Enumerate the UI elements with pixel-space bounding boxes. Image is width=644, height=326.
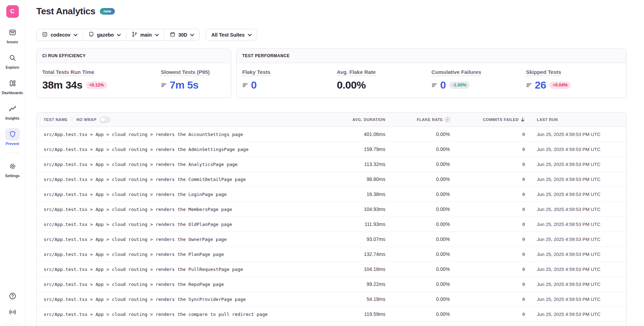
chevron-down-icon: [74, 34, 77, 36]
flake-rate-header[interactable]: FLAKE RATE ?: [385, 117, 450, 122]
last-run-cell: Jun 25, 2025 4:59:53 PM UTC: [525, 252, 626, 257]
filter-lines-icon: [242, 82, 248, 88]
sidebar-item-explore[interactable]: Explore: [5, 52, 20, 69]
sidebar-item-prevent[interactable]: Prevent: [5, 128, 20, 146]
metric-label[interactable]: Slowest Tests (P95): [161, 69, 210, 76]
table-row[interactable]: src/App.test.tsx > App > cloud routing >…: [37, 157, 626, 172]
test-performance-panel: TEST PERFORMANCE Flaky Tests 0 Avg. Flak…: [236, 48, 627, 98]
test-name-cell: src/App.test.tsx > App > cloud routing >…: [37, 207, 330, 212]
metric-value-link[interactable]: 0: [440, 79, 446, 91]
commits-failed-header[interactable]: COMMITS FAILED: [450, 117, 525, 122]
test-name-cell: src/App.test.tsx > App > cloud routing >…: [37, 267, 330, 272]
sidebar-item-label: Explore: [6, 65, 19, 69]
table-row[interactable]: src/App.test.tsx > App > cloud routing >…: [37, 217, 626, 232]
app-logo-letter: C: [10, 8, 14, 15]
metric-slowest-tests: Slowest Tests (P95) 7m 5s: [161, 69, 225, 91]
metric-value-link[interactable]: 7m 5s: [170, 79, 199, 91]
filter-lines-icon: [161, 82, 167, 88]
table-row[interactable]: src/App.test.tsx > App > cloud routing >…: [37, 232, 626, 247]
gear-icon: [5, 160, 20, 173]
test-suites-selector[interactable]: All Test Suites: [206, 29, 257, 41]
header-divider: [72, 117, 72, 122]
page-header: Test Analytics new: [36, 6, 627, 17]
broadcast-icon[interactable]: [8, 308, 17, 316]
metric-value-row: 0 -1.00%: [431, 79, 526, 91]
repo-selector[interactable]: gazebo: [83, 29, 126, 40]
flake-rate-cell: 0.00%: [385, 236, 450, 242]
table-row[interactable]: src/App.test.tsx > App > cloud routing >…: [37, 262, 626, 277]
metric-label[interactable]: Skipped Tests: [526, 69, 561, 76]
commits-failed-cell: 0: [450, 147, 525, 152]
table-row[interactable]: src/App.test.tsx > App > cloud routing >…: [37, 292, 626, 307]
avg-duration-cell: 401.06ms: [330, 131, 385, 137]
sidebar-item-label: Settings: [5, 174, 20, 178]
metric-value: 0.00%: [337, 79, 366, 91]
table-row[interactable]: src/App.test.tsx > App > cloud routing >…: [37, 307, 626, 322]
avg-duration-cell: 132.74ms: [330, 251, 385, 257]
avg-duration-cell: 119.59ms: [330, 311, 385, 317]
avg-duration-cell: 99.22ms: [330, 281, 385, 287]
table-row[interactable]: src/App.test.tsx > App > cloud routing >…: [37, 247, 626, 262]
repo-icon: [88, 31, 94, 38]
metric-label[interactable]: Total Tests Run Time: [42, 69, 94, 76]
flake-rate-cell: 0.00%: [385, 191, 450, 197]
question-circle-icon[interactable]: ?: [445, 117, 450, 122]
table-row[interactable]: src/App.test.tsx > App > cloud routing >…: [37, 277, 626, 292]
sidebar-item-dashboards[interactable]: Dashboards: [2, 77, 23, 95]
metric-label[interactable]: Flaky Tests: [242, 69, 271, 76]
calendar-icon: [170, 31, 176, 38]
avg-duration-label: AVG. DURATION: [353, 117, 385, 122]
metric-value-link[interactable]: 0: [251, 79, 257, 91]
sidebar-item-settings[interactable]: Settings: [5, 160, 20, 178]
app-logo[interactable]: C: [6, 5, 19, 18]
sort-desc-arrow-icon[interactable]: [520, 117, 525, 122]
flake-rate-cell: 0.00%: [385, 266, 450, 272]
filter-group: codecov gazebo: [36, 29, 200, 41]
table-row[interactable]: src/App.test.tsx > App > cloud routing >…: [37, 127, 626, 142]
metric-value-row: 0: [242, 79, 337, 91]
metric-label[interactable]: Avg. Flake Rate: [337, 69, 376, 76]
metric-value-row: 0.00%: [337, 79, 431, 91]
test-name-cell: src/App.test.tsx > App > cloud routing >…: [37, 297, 330, 302]
sidebar-item-insights[interactable]: Insights: [5, 103, 20, 120]
last-run-cell: Jun 25, 2025 4:59:53 PM UTC: [525, 132, 626, 137]
test-name-label: TEST NAME: [44, 117, 68, 122]
chevron-down-icon: [155, 34, 159, 36]
org-selector-value: codecov: [51, 32, 71, 38]
commits-failed-cell: 0: [450, 267, 525, 272]
last-run-cell: Jun 25, 2025 4:59:53 PM UTC: [525, 192, 626, 197]
test-name-cell: src/App.test.tsx > App > cloud routing >…: [37, 237, 330, 242]
shield-icon: [5, 128, 20, 141]
table-row[interactable]: src/App.test.tsx > App > cloud routing >…: [37, 187, 626, 202]
metric-label[interactable]: Cumulative Failures: [431, 69, 481, 76]
metric-cumulative-failures: Cumulative Failures 0 -1.00%: [431, 69, 526, 91]
avg-duration-header[interactable]: AVG. DURATION: [330, 117, 385, 122]
table-row[interactable]: src/App.test.tsx > App > cloud routing >…: [37, 172, 626, 187]
sidebar-item-issues[interactable]: Issues: [5, 26, 20, 44]
commits-failed-cell: 0: [450, 222, 525, 227]
test-name-header: TEST NAME NO WRAP: [37, 117, 330, 123]
metric-value-row: 38m 34s +0.12%: [42, 79, 161, 91]
org-selector[interactable]: codecov: [37, 29, 83, 40]
flake-rate-cell: 0.00%: [385, 221, 450, 227]
main-content: Test Analytics new codecov: [25, 6, 644, 326]
date-range-selector[interactable]: 30D: [164, 29, 200, 40]
metric-value-link[interactable]: 26: [535, 79, 546, 91]
commits-failed-cell: 0: [450, 162, 525, 167]
avg-duration-cell: 104.18ms: [330, 266, 385, 272]
flake-rate-cell: 0.00%: [385, 176, 450, 182]
last-run-header[interactable]: LAST RUN: [525, 117, 626, 122]
no-wrap-toggle[interactable]: [100, 117, 110, 123]
table-row[interactable]: src/App.test.tsx > App > cloud routing >…: [37, 142, 626, 157]
branch-selector[interactable]: main: [126, 29, 164, 40]
flake-rate-cell: 0.00%: [385, 311, 450, 317]
projects-icon: [42, 31, 48, 38]
help-icon[interactable]: [8, 292, 17, 300]
table-row[interactable]: src/App.test.tsx > App > cloud routing >…: [37, 202, 626, 217]
table-header: TEST NAME NO WRAP AVG. DURATION FLAKE RA…: [37, 113, 626, 127]
last-run-cell: Jun 25, 2025 4:59:53 PM UTC: [525, 177, 626, 182]
flake-rate-cell: 0.00%: [385, 161, 450, 167]
last-run-cell: Jun 25, 2025 4:59:53 PM UTC: [525, 297, 626, 302]
last-run-cell: Jun 25, 2025 4:59:53 PM UTC: [525, 162, 626, 167]
branch-selector-value: main: [140, 32, 152, 38]
